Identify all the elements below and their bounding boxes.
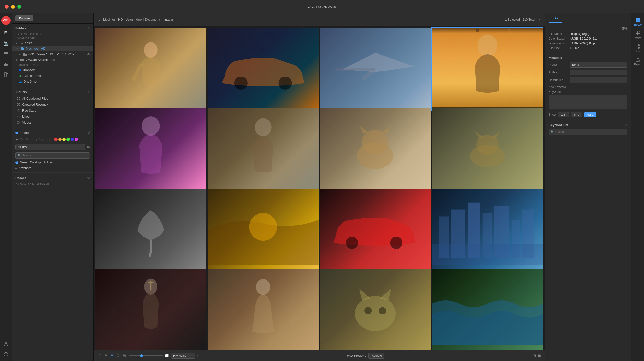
- breadcrumb-macintosh[interactable]: Macintosh HD: [103, 18, 123, 21]
- keywords-textarea[interactable]: [549, 95, 627, 110]
- view-filmstrip-icon[interactable]: ⊠: [115, 353, 120, 358]
- star-1[interactable]: ☆: [34, 138, 38, 141]
- expand-icon[interactable]: ⊡: [533, 353, 536, 358]
- eject-icon[interactable]: ⏏: [87, 52, 90, 56]
- view-toggle-icon[interactable]: ▣: [537, 353, 541, 358]
- camera-icon[interactable]: 📷: [2, 39, 10, 48]
- user-icon[interactable]: [2, 340, 10, 348]
- star-3[interactable]: ☆: [42, 138, 44, 141]
- album-videos[interactable]: Videos: [12, 120, 93, 126]
- rail-browse-button[interactable]: Browse: [631, 16, 644, 28]
- color-blue[interactable]: [70, 138, 74, 141]
- heart-filled-icon[interactable]: ♥: [15, 137, 18, 142]
- raw-quality-select[interactable]: Accurate Fast: [368, 353, 384, 358]
- table-row[interactable]: [208, 108, 318, 191]
- minimize-button[interactable]: [11, 5, 15, 9]
- keyword-gear-icon[interactable]: ⚙: [624, 123, 627, 127]
- maximize-button[interactable]: [17, 5, 21, 9]
- show-none-button[interactable]: None: [584, 112, 596, 117]
- rail-resize-button[interactable]: Resize: [631, 29, 644, 41]
- sort-select[interactable]: File Name Date Size Rating: [171, 353, 195, 358]
- table-row[interactable]: [432, 189, 543, 272]
- breadcrumb-dmx[interactable]: dmx: [136, 18, 142, 21]
- table-row[interactable]: [320, 189, 431, 272]
- color-yellow[interactable]: [62, 138, 66, 141]
- browse-tab-button[interactable]: Browse: [15, 15, 33, 21]
- star-1[interactable]: ☆: [434, 29, 436, 32]
- show-exif-button[interactable]: EXIF: [558, 112, 569, 117]
- table-row[interactable]: [208, 189, 318, 272]
- tree-item-onedrive[interactable]: ☁ OneDrive: [12, 78, 93, 84]
- breadcrumb-images[interactable]: Images: [163, 18, 174, 21]
- table-row[interactable]: [208, 269, 318, 350]
- album-all-cataloged[interactable]: All Cataloged Files: [12, 96, 93, 102]
- thumb-heart-button[interactable]: ♡: [508, 29, 510, 32]
- rail-export-button[interactable]: Export: [631, 56, 644, 68]
- browse-icon[interactable]: ⊞: [2, 28, 10, 37]
- table-row[interactable]: [208, 28, 318, 111]
- breadcrumb-users[interactable]: Users: [126, 18, 134, 21]
- time-filter-select[interactable]: All Time Today This Week This Month: [15, 144, 85, 150]
- documents-icon[interactable]: [2, 70, 10, 79]
- tree-item-hosts[interactable]: ▶ 🖥 hosts: [12, 40, 93, 46]
- table-row[interactable]: [96, 269, 206, 350]
- reject-icon[interactable]: ✕: [25, 137, 29, 142]
- tree-item-macintosh-hd[interactable]: ▼ Macintosh HD: [12, 46, 93, 51]
- zoom-slider[interactable]: [129, 355, 163, 356]
- meta-author-input[interactable]: [570, 70, 627, 75]
- calendar-icon[interactable]: ⊞: [87, 145, 90, 149]
- star-2[interactable]: ☆: [436, 29, 439, 32]
- search-cataloged-row[interactable]: Search Cataloged Folders: [12, 160, 93, 165]
- keyword-search-input[interactable]: [549, 129, 627, 135]
- star-4[interactable]: ☆: [442, 29, 444, 32]
- advanced-row[interactable]: ▶ Advanced: [12, 165, 93, 171]
- add-album-button[interactable]: +: [87, 90, 90, 94]
- breadcrumb-documents[interactable]: Documents: [145, 18, 161, 21]
- image-grid[interactable]: ☆ ☆ ☆ ☆ ☆ ♡ ✕ Images_40.jpg: [94, 26, 545, 350]
- star-5[interactable]: ☆: [445, 29, 447, 32]
- recent-gear-icon[interactable]: ⚙: [87, 176, 90, 180]
- tab-info[interactable]: Info: [549, 15, 562, 22]
- tree-item-dropbox[interactable]: ◆ Dropbox: [12, 67, 93, 73]
- color-purple[interactable]: [74, 138, 78, 141]
- table-row[interactable]: [432, 108, 543, 191]
- tree-item-on1resize[interactable]: ▶ ON1 Resize 2019.5 v13.5.1.7239 ⏏: [12, 51, 93, 57]
- heart-outline-icon[interactable]: ♡: [20, 137, 24, 142]
- table-row[interactable]: [96, 28, 206, 111]
- view-compare-icon[interactable]: ⊟: [104, 353, 108, 358]
- table-row[interactable]: [320, 108, 431, 191]
- tree-item-gdrive[interactable]: ▲ Google Drive: [12, 73, 93, 78]
- star-5[interactable]: ☆: [49, 138, 52, 141]
- table-row[interactable]: ☆ ☆ ☆ ☆ ☆ ♡ ✕ Images_40.jpg: [432, 28, 543, 111]
- close-button[interactable]: [5, 5, 9, 9]
- add-folder-button[interactable]: +: [87, 26, 90, 30]
- filters-reset-button[interactable]: ↺: [87, 131, 90, 134]
- radio-search-cataloged[interactable]: [15, 161, 18, 164]
- meta-description-input[interactable]: [570, 77, 627, 83]
- album-five-stars[interactable]: Five Stars: [12, 108, 93, 114]
- search-input[interactable]: [15, 152, 90, 158]
- nav-forward-button[interactable]: ›: [538, 16, 541, 23]
- table-row[interactable]: [320, 269, 431, 350]
- cloud-icon[interactable]: [2, 60, 10, 68]
- color-green[interactable]: [66, 138, 70, 141]
- show-iptc-button[interactable]: IPTC: [571, 112, 582, 117]
- thumb-checkbox[interactable]: [476, 29, 479, 32]
- view-single-icon[interactable]: ⊡: [98, 353, 102, 358]
- table-row[interactable]: [320, 28, 431, 111]
- table-row[interactable]: [96, 189, 206, 272]
- color-orange[interactable]: [58, 138, 62, 141]
- tree-item-vmware[interactable]: ▶ VMware Shared Folders: [12, 57, 93, 62]
- table-row[interactable]: [432, 269, 543, 350]
- album-liked[interactable]: Liked: [12, 114, 93, 120]
- star-2[interactable]: ☆: [38, 138, 41, 141]
- help-icon[interactable]: ?: [2, 350, 10, 358]
- view-detail-icon[interactable]: ▤: [121, 353, 127, 358]
- star-3[interactable]: ☆: [439, 29, 442, 32]
- star-4[interactable]: ☆: [45, 138, 48, 141]
- select-all-checkbox[interactable]: [165, 354, 168, 358]
- album-captured-recently[interactable]: Captured Recently: [12, 102, 93, 108]
- table-row[interactable]: [96, 108, 206, 191]
- thumb-close-button[interactable]: ✕: [539, 29, 541, 32]
- meta-preset-select[interactable]: None: [570, 62, 627, 68]
